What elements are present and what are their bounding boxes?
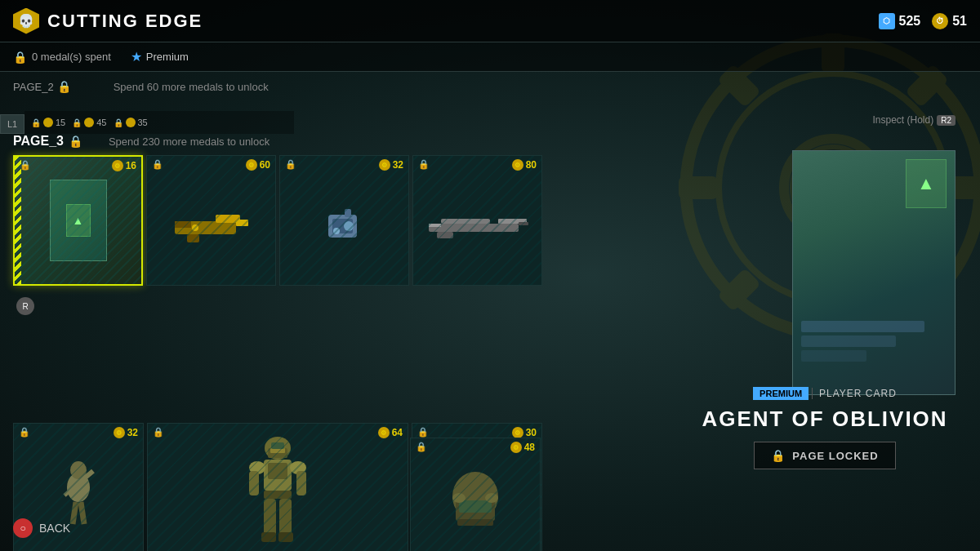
page3-lock-icon: 🔒: [69, 135, 82, 148]
page2-unlock-text: Spend 60 more medals to unlock: [114, 81, 269, 93]
svg-rect-47: [279, 499, 292, 535]
star-icon: ★: [131, 49, 142, 64]
circle-icon: ○: [13, 518, 33, 538]
items-top-grid: 🔒 ⚙ 16 ▲ 🔒: [13, 155, 542, 420]
r-button[interactable]: R: [16, 297, 34, 315]
main-content: PAGE_3 🔒 Spend 230 more medals to unlock…: [0, 134, 980, 551]
svg-rect-26: [437, 232, 453, 238]
page2-row: PAGE_2 🔒 Spend 60 more medals to unlock: [13, 72, 980, 101]
svg-rect-45: [264, 491, 292, 499]
header-currency: ⬡ 525 ⏱ 51: [879, 13, 968, 29]
gold-amount: 51: [952, 14, 967, 29]
lock-icon-medals: 🔒: [13, 51, 27, 64]
svg-rect-61: [459, 500, 492, 513]
p2-item-1: 🔒 15: [31, 118, 65, 127]
premium-info: ★ Premium: [131, 49, 189, 64]
svg-rect-38: [271, 442, 284, 449]
medal-icon-3: [126, 118, 136, 127]
item-name: AGENT OF OBLIVION: [670, 407, 980, 432]
svg-point-17: [192, 224, 198, 231]
card-bar-1: [801, 321, 924, 332]
helmet-cost: ⚙ 48: [510, 442, 535, 453]
svg-rect-27: [429, 224, 441, 227]
card-bar-2: [801, 335, 896, 347]
item9-cost: ⚙ 30: [512, 427, 537, 438]
rifle-svg: [425, 211, 531, 243]
card-bar-3: [801, 350, 866, 362]
armor-full-svg: [241, 430, 314, 549]
svg-rect-49: [278, 532, 293, 542]
item8-cost: ⚙ 64: [378, 427, 403, 438]
inspect-hint: Inspect (Hold) R2: [873, 114, 956, 126]
item9-lock-icon: 🔒: [417, 427, 429, 438]
card-icon-top: ▲: [906, 159, 947, 208]
svg-rect-16: [175, 221, 191, 228]
item-type-badge: PLAYER CARD: [812, 388, 897, 399]
item-info: PREMIUM PLAYER CARD AGENT OF OBLIVION 🔒 …: [670, 387, 980, 469]
skull-icon: 💀: [13, 8, 39, 34]
svg-line-33: [73, 502, 76, 524]
grid-item-4[interactable]: 🔒 ⚙ 80: [412, 155, 542, 286]
preview-card: ▲: [792, 150, 956, 395]
helmet-lock-icon: 🔒: [416, 442, 427, 452]
svg-rect-43: [249, 471, 259, 495]
subheader-bar: 🔒 0 medal(s) spent ★ Premium: [0, 42, 980, 72]
selected-card-visual: ▲: [15, 157, 141, 284]
helmet-svg: [443, 464, 508, 552]
item4-cost: ⚙ 80: [512, 159, 537, 171]
grid-item-2[interactable]: 🔒 ⚙ 60: [146, 155, 276, 286]
r2-key-badge: R2: [937, 115, 956, 126]
svg-rect-15: [236, 220, 248, 226]
back-label: BACK: [39, 522, 70, 535]
page2-items-row: 🔒 15 🔒 45 🔒 35: [24, 111, 294, 134]
app-title: CUTTING EDGE: [47, 11, 203, 32]
item7-cost: ⚙ 32: [114, 427, 138, 438]
item8-lock-icon: 🔒: [153, 427, 164, 438]
medals-spent-label: 0 medal(s) spent: [32, 51, 111, 63]
item1-lock-icon: 🔒: [20, 160, 31, 171]
p2-item-2: 🔒 45: [72, 118, 106, 127]
grid-item-8[interactable]: 🔒 ⚙ 64: [147, 423, 408, 551]
item-badges: PREMIUM PLAYER CARD: [670, 387, 980, 400]
page-locked-label: PAGE LOCKED: [792, 450, 878, 462]
svg-rect-62: [457, 519, 493, 526]
page2-label: PAGE_2 🔒: [13, 80, 71, 93]
p2-item-3: 🔒 35: [114, 118, 148, 127]
svg-rect-14: [187, 234, 199, 242]
gold-icon: ⏱: [932, 13, 948, 29]
svg-point-63: [452, 493, 466, 503]
grid-item-helmet[interactable]: 🔒 ⚙ 48: [410, 438, 541, 551]
page3-header: PAGE_3 🔒 Spend 230 more medals to unlock: [13, 134, 542, 149]
svg-rect-40: [268, 463, 287, 479]
svg-rect-44: [296, 471, 306, 495]
grid-item-1[interactable]: 🔒 ⚙ 16 ▲: [13, 155, 143, 286]
item1-cost: ⚙ 16: [112, 160, 136, 171]
svg-point-22: [344, 221, 354, 231]
page3-label: PAGE_3 🔒: [13, 134, 82, 149]
svg-line-34: [81, 502, 84, 524]
header-bar: 💀 CUTTING EDGE ⬡ 525 ⏱ 51: [0, 0, 980, 42]
card-bars: [793, 321, 955, 362]
device-svg: [320, 202, 369, 251]
svg-rect-46: [264, 499, 276, 535]
grid-item-3[interactable]: 🔒 ⚙ 32: [279, 155, 409, 286]
sc-currency: ⬡ 525: [879, 13, 921, 29]
item3-lock-icon: 🔒: [285, 159, 296, 170]
gun-svg: [171, 207, 252, 247]
item4-lock-icon: 🔒: [418, 159, 430, 170]
back-button[interactable]: ○ BACK: [13, 518, 70, 538]
item2-lock-icon: 🔒: [152, 159, 163, 170]
sc-amount: 525: [899, 14, 921, 29]
medals-info: 🔒 0 medal(s) spent: [13, 51, 111, 64]
sc-icon: ⬡: [879, 13, 895, 29]
svg-rect-28: [519, 222, 528, 225]
medal-icon: [43, 118, 53, 127]
svg-point-64: [485, 493, 498, 503]
premium-label: Premium: [146, 51, 189, 63]
l1-tab[interactable]: L1: [0, 114, 24, 134]
svg-rect-25: [441, 219, 490, 224]
page-locked-button[interactable]: 🔒 PAGE LOCKED: [754, 442, 895, 469]
gold-currency: ⏱ 51: [932, 13, 967, 29]
page3-unlock-text: Spend 230 more medals to unlock: [109, 136, 270, 148]
right-panel: ▲ PREMIUM PLAYER CARD AGENT OF OBLIVION …: [670, 134, 980, 551]
